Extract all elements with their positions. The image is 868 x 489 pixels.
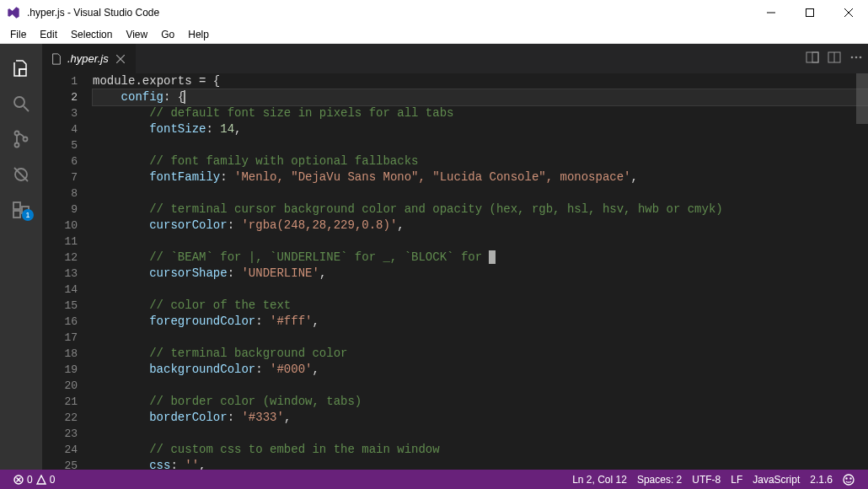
warning-icon [36,475,46,485]
code-content[interactable]: module.exports = { config: { // default … [93,73,868,470]
svg-point-22 [860,56,862,59]
activity-bar: 1 [0,44,42,470]
svg-rect-17 [812,52,818,62]
svg-rect-1 [806,9,814,17]
vscode-logo-icon [7,6,20,19]
tab-bar: .hyper.js [42,44,868,73]
activity-debug[interactable] [0,157,42,192]
svg-point-20 [851,56,854,59]
split-editor-icon[interactable] [828,51,841,67]
search-icon [11,94,31,114]
error-icon [13,475,24,485]
activity-search[interactable] [0,86,42,121]
vertical-scrollbar[interactable] [856,73,868,470]
source-control-icon [11,129,31,149]
menu-edit[interactable]: Edit [33,27,64,42]
status-feedback[interactable] [838,474,860,486]
split-preview-icon[interactable] [806,51,819,67]
svg-point-4 [14,97,24,107]
status-bar: 0 0 Ln 2, Col 12 Spaces: 2 UTF-8 LF Java… [0,470,868,489]
status-eol[interactable]: LF [726,474,747,486]
file-icon [51,53,62,65]
main-area: 1 .hyper.js 1234567891011121314151617181… [0,44,868,470]
activity-scm[interactable] [0,121,42,157]
menu-selection[interactable]: Selection [64,27,119,42]
status-line-col[interactable]: Ln 2, Col 12 [567,474,632,486]
files-icon [11,58,31,78]
status-version[interactable]: 2.1.6 [805,474,838,486]
extensions-badge: 1 [22,209,34,221]
scrollbar-thumb[interactable] [856,73,868,124]
more-actions-icon[interactable] [849,51,863,67]
svg-point-28 [850,477,851,478]
menu-view[interactable]: View [119,27,154,42]
line-number-gutter: 1234567891011121314151617181920212223242… [42,73,93,470]
svg-point-8 [24,137,28,142]
editor-group: .hyper.js 123456789101112131415161718192… [42,44,868,470]
svg-line-5 [24,106,29,111]
window-title: .hyper.js - Visual Studio Code [27,7,752,19]
svg-line-10 [14,168,28,181]
svg-rect-12 [13,211,20,218]
debug-icon [11,164,31,185]
status-indent[interactable]: Spaces: 2 [632,474,687,486]
tab-close-button[interactable] [114,52,127,66]
svg-rect-11 [13,202,20,209]
status-problems[interactable]: 0 0 [8,474,60,486]
menu-go[interactable]: Go [154,27,181,42]
tab-hyper-js[interactable]: .hyper.js [42,44,137,73]
svg-point-27 [846,477,847,478]
status-language[interactable]: JavaScript [747,474,805,486]
close-button[interactable] [829,0,868,25]
tab-actions [801,44,868,73]
maximize-button[interactable] [790,0,829,25]
svg-point-21 [855,56,858,59]
menu-file[interactable]: File [3,27,33,42]
smiley-icon [843,474,855,486]
menu-bar: File Edit Selection View Go Help [0,25,868,44]
code-editor[interactable]: 1234567891011121314151617181920212223242… [42,73,868,470]
svg-point-7 [15,143,19,148]
menu-help[interactable]: Help [181,27,216,42]
title-bar: .hyper.js - Visual Studio Code [0,0,868,25]
status-encoding[interactable]: UTF-8 [687,474,726,486]
activity-explorer[interactable] [0,51,42,86]
tab-label: .hyper.js [67,52,109,65]
activity-extensions[interactable]: 1 [0,192,42,228]
minimize-button[interactable] [752,0,790,25]
svg-point-6 [15,132,19,136]
svg-point-26 [844,475,854,485]
